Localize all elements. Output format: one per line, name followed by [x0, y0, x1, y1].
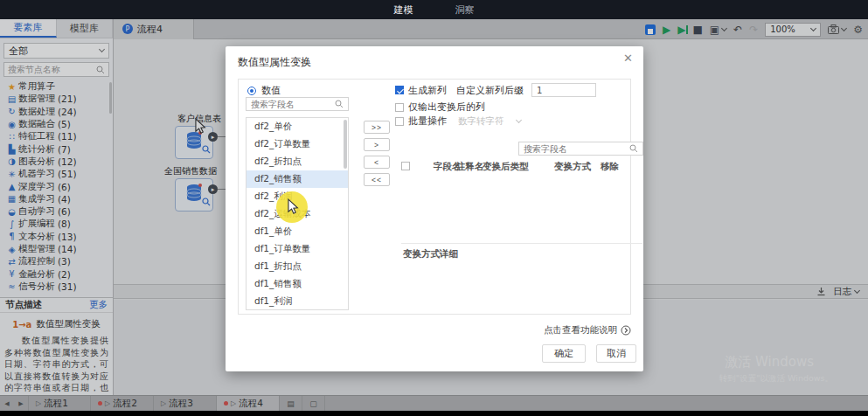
col-transformed-type: 变换后类型 — [483, 161, 529, 173]
move-left-button[interactable]: < — [364, 156, 390, 169]
generate-new-col-row: 生成新列 自定义新列后缀 — [395, 83, 596, 97]
search-icon — [335, 100, 344, 108]
field-item-selected[interactable]: df2_销售额 — [247, 170, 348, 188]
only-output-row: 仅输出变换后的列 — [395, 101, 485, 114]
close-icon[interactable]: ✕ — [623, 52, 633, 65]
field-item[interactable]: df1_折扣点 — [247, 258, 348, 275]
transform-detail-label: 变换方式详细 — [403, 248, 458, 260]
col-remove: 移除 — [601, 161, 619, 173]
batch-op-row: 批量操作 数字转字符 — [395, 114, 521, 128]
suffix-textbox[interactable] — [537, 86, 583, 95]
select-all-checkbox[interactable] — [401, 162, 410, 170]
top-mode-bar: 建模 洞察 — [0, 0, 868, 19]
field-item[interactable]: df1_单价 — [247, 223, 348, 240]
field-item[interactable]: df2_订单数量 — [247, 135, 348, 153]
selected-field-search-textbox[interactable] — [524, 144, 621, 154]
field-item[interactable]: df1_利润 — [247, 293, 348, 310]
radio-selected-icon — [247, 87, 256, 95]
field-item[interactable]: df1_销售额 — [247, 275, 348, 293]
field-item[interactable]: df2_折扣点 — [247, 153, 348, 170]
move-all-right-button[interactable]: >> — [364, 121, 390, 134]
field-item[interactable]: df2_单价 — [247, 118, 348, 135]
mode-tab-insight[interactable]: 洞察 — [455, 3, 475, 17]
numeric-transform-dialog: 数值型属性变换 ✕ 数值 df2_单价 df2_订单数量 df2_折扣点 df2… — [226, 46, 643, 371]
col-transform-method: 变换方式 — [554, 161, 591, 173]
suffix-label: 自定义新列后缀 — [456, 84, 524, 97]
only-output-checkbox[interactable] — [395, 103, 404, 112]
dialog-title: 数值型属性变换 — [238, 55, 311, 70]
numeric-radio[interactable]: 数值 — [247, 84, 281, 97]
selected-field-search-input[interactable] — [518, 142, 643, 156]
field-search-textbox[interactable] — [251, 100, 330, 109]
field-item[interactable]: df1_订单数量 — [247, 240, 348, 258]
dialog-group-box: 数值 df2_单价 df2_订单数量 df2_折扣点 df2_销售额 df2_利… — [238, 79, 631, 315]
batch-op-select-value: 数字转字符 — [458, 115, 504, 128]
circle-arrow-icon — [621, 325, 631, 336]
search-icon — [629, 144, 638, 153]
selected-fields-table-header: 字段名 注释名 变换后类型 变换方式 移除 — [395, 160, 643, 174]
cancel-button[interactable]: 取消 — [596, 344, 636, 363]
confirm-button[interactable]: 确定 — [542, 344, 586, 363]
transfer-buttons: >> > < << — [364, 121, 390, 186]
mode-tab-modeling[interactable]: 建模 — [394, 3, 413, 17]
move-right-button[interactable]: > — [364, 138, 390, 151]
mouse-cursor — [287, 198, 299, 214]
help-link[interactable]: 点击查看功能说明 — [544, 324, 631, 336]
col-comment-name: 注释名 — [456, 161, 484, 173]
table-bottom-border — [401, 243, 642, 244]
move-all-left-button[interactable]: << — [364, 173, 390, 186]
batch-op-select-disabled[interactable]: 数字转字符 — [458, 115, 521, 128]
suffix-input[interactable] — [531, 83, 596, 97]
list-scrollbar[interactable] — [344, 120, 347, 169]
app-window: 建模 洞察 要素库 模型库 全部 搜索节点名称 ★常用算子 ▤数据管理(21) … — [0, 0, 868, 416]
batch-op-checkbox[interactable] — [395, 117, 404, 126]
chevron-down-icon — [515, 116, 521, 122]
screen-letterbox — [0, 411, 868, 416]
field-search-input[interactable] — [246, 97, 349, 111]
generate-new-col-checkbox[interactable] — [395, 86, 404, 94]
